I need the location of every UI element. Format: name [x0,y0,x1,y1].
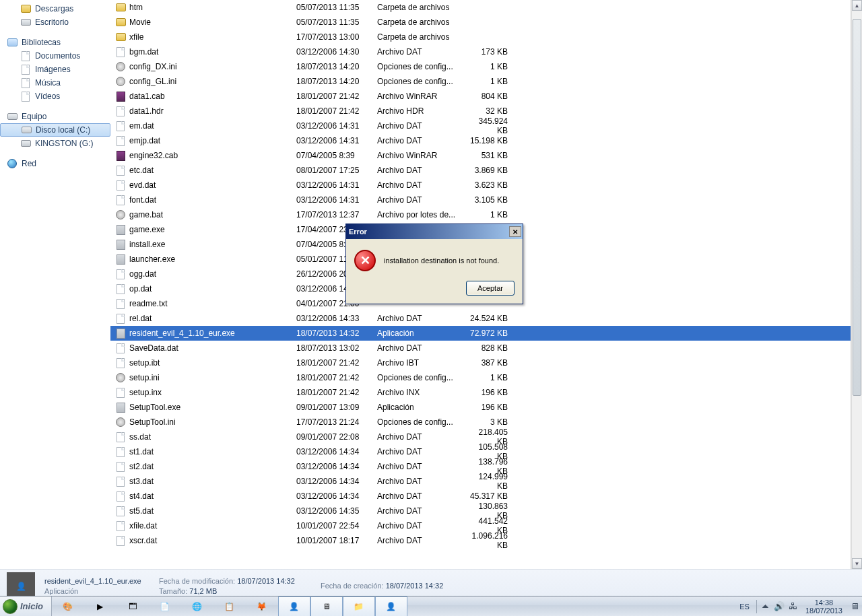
file-name: setup.ini [129,373,296,382]
vertical-scrollbar[interactable]: ▲ ▼ [851,0,862,569]
cog-icon [114,61,127,73]
scroll-up-button[interactable]: ▲ [852,0,862,11]
dialog-ok-button[interactable]: Aceptar [466,281,515,296]
sidebar-header-bibliotecas[interactable]: Bibliotecas [0,36,110,49]
sidebar-item-v-deos[interactable]: Vídeos [0,90,110,103]
file-row[interactable]: config_GL.ini18/07/2013 14:20Opciones de… [110,74,851,89]
file-icon [114,268,127,280]
file-row[interactable]: rel.dat03/12/2006 14:33Archivo DAT24.524… [110,311,851,326]
taskbar-item-chrome[interactable]: 🌐 [181,596,213,617]
file-icon [114,431,127,443]
file-icon [114,475,127,487]
file-row[interactable]: SaveData.dat18/07/2013 13:02Archivo DAT8… [110,341,851,355]
scroll-thumb[interactable] [853,19,861,396]
file-type: Archivo DAT [377,521,469,531]
img-icon [20,64,31,75]
error-dialog: Error ✕ ✕ installation destination is no… [345,224,523,304]
file-icon [114,446,127,458]
file-row[interactable]: xfile17/07/2013 13:00Carpeta de archivos [110,30,851,44]
file-type: Aplicación [377,329,469,338]
tray-volume-icon[interactable]: 🔊 [774,601,785,611]
file-type: Archivo HDR [377,106,469,116]
cog-icon [114,209,127,221]
file-name: readme.txt [129,299,296,308]
file-row[interactable]: SetupTool.exe09/01/2007 13:09Aplicación1… [110,400,851,415]
rar-icon [114,90,127,102]
file-icon [114,164,127,176]
file-type: Archivo WinRAR [377,92,469,101]
file-type: Carpeta de archivos [377,3,469,12]
scroll-down-button[interactable]: ▼ [852,558,862,569]
dialog-close-button[interactable]: ✕ [509,226,521,237]
file-name: SetupTool.exe [129,403,296,412]
file-type: Archivo DAT [377,195,469,205]
file-name: setup.inx [129,388,296,397]
tray-network-icon[interactable]: 🖧 [789,601,797,611]
file-icon [114,505,127,517]
taskbar-item-paint[interactable]: 🎨 [52,596,84,617]
file-type: Archivo DAT [377,506,469,516]
file-size: 531 KB [469,151,508,160]
file-row[interactable]: bgm.dat03/12/2006 14:30Archivo DAT173 KB [110,44,851,59]
file-date: 03/12/2006 14:34 [296,462,377,471]
taskbar-item-firefox[interactable]: 🦊 [246,596,278,617]
file-type: Archivo DAT [377,447,469,456]
file-icon [114,194,127,206]
file-size: 3.623 KB [469,180,508,190]
file-name: st1.dat [129,447,296,456]
file-row[interactable]: setup.ini18/01/2007 21:42Opciones de con… [110,370,851,385]
taskbar-item-notepad[interactable]: 📋 [213,596,246,617]
file-size: 45.317 KB [469,491,508,501]
file-date: 17/07/2013 12:37 [296,210,377,219]
lib-icon [7,37,18,48]
file-row[interactable]: data1.cab18/01/2007 21:42Archivo WinRAR8… [110,89,851,104]
file-icon [114,357,127,369]
file-row[interactable]: em.dat03/12/2006 14:31Archivo DAT345.924… [110,118,851,133]
file-date: 03/12/2006 14:31 [296,136,377,145]
sidebar-item-documentos[interactable]: Documentos [0,49,110,63]
language-indicator[interactable]: ES [737,603,752,611]
sidebar-item-im-genes[interactable]: Imágenes [0,63,110,76]
cog-icon [114,372,127,384]
file-name: st5.dat [129,506,296,516]
file-row[interactable]: config_DX.ini18/07/2013 14:20Opciones de… [110,59,851,74]
taskbar-item-explorer[interactable]: 🗔 [117,596,149,617]
taskbar-item-app2[interactable]: 🖥 [310,596,343,617]
sidebar-item-disco-local-c-[interactable]: Disco local (C:) [0,123,110,137]
file-row[interactable]: resident_evil_4_1.10_eur.exe18/07/2013 1… [110,326,851,341]
taskbar-item-media[interactable]: ▶ [84,596,117,617]
file-type: Archivo DAT [377,166,469,175]
taskbar-item-folder[interactable]: 📁 [343,596,375,617]
file-row[interactable]: Movie05/07/2013 11:35Carpeta de archivos [110,15,851,30]
sidebar-item-escritorio[interactable]: Escritorio [0,15,110,29]
file-icon [114,520,127,532]
tray-chevron-icon[interactable]: ⏶ [761,601,770,611]
tray-monitor-icon[interactable]: 🖥 [851,601,859,611]
file-date: 09/01/2007 22:08 [296,432,377,442]
taskbar-item-word[interactable]: 📄 [149,596,181,617]
taskbar-item-app1[interactable]: 👤 [278,596,310,617]
sidebar-item-descargas[interactable]: Descargas [0,2,110,15]
tray-clock[interactable]: 14:38 18/07/2013 [801,598,847,615]
file-row[interactable]: st3.dat03/12/2006 14:34Archivo DAT124.99… [110,474,851,489]
sidebar-item-kingston-g-[interactable]: KINGSTON (G:) [0,137,110,150]
dialog-titlebar[interactable]: Error ✕ [346,224,523,239]
rar-icon [114,149,127,162]
file-row[interactable]: engine32.cab07/04/2005 8:39Archivo WinRA… [110,148,851,163]
sidebar-header-equipo[interactable]: Equipo [0,110,110,123]
file-row[interactable]: setup.inx18/01/2007 21:42Archivo INX196 … [110,385,851,400]
start-button[interactable]: Inicio [0,596,52,617]
file-row[interactable]: emjp.dat03/12/2006 14:31Archivo DAT15.19… [110,133,851,148]
sidebar-header-red[interactable]: Red [0,157,110,170]
file-row[interactable]: setup.ibt18/01/2007 21:42Archivo IBT387 … [110,355,851,370]
file-row[interactable]: htm05/07/2013 11:35Carpeta de archivos [110,0,851,15]
file-row[interactable]: font.dat03/12/2006 14:31Archivo DAT3.105… [110,193,851,207]
taskbar-item-app3[interactable]: 👤 [375,596,407,617]
folder-icon [114,31,127,43]
sidebar-item-m-sica[interactable]: Música [0,76,110,90]
file-row[interactable]: etc.dat08/01/2007 17:25Archivo DAT3.869 … [110,163,851,178]
file-row[interactable]: evd.dat03/12/2006 14:31Archivo DAT3.623 … [110,178,851,193]
file-row[interactable]: xscr.dat10/01/2007 18:17Archivo DAT1.096… [110,533,851,548]
file-size: 1.096.216 KB [469,531,508,550]
file-row[interactable]: game.bat17/07/2013 12:37Archivo por lote… [110,207,851,222]
